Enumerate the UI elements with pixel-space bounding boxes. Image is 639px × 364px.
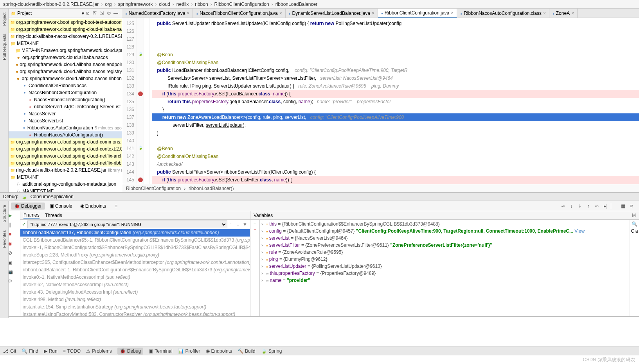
editor-tab[interactable]: RibbonNacosAutoConfiguration.class [457, 9, 549, 18]
variable-row[interactable]: config = {DefaultClientConfigImpl@9457} … [261, 228, 628, 235]
frames-tab[interactable]: Frames [23, 212, 40, 219]
tree-node[interactable]: MANIFEST.MF [9, 188, 122, 192]
close-icon[interactable] [187, 11, 189, 16]
tree-node[interactable]: RibbonNacosAutoConfiguration() [9, 131, 122, 138]
step-out-icon[interactable]: ↑ [585, 203, 592, 209]
crumb-class[interactable]: RibbonClientConfiguration [126, 186, 181, 191]
tree-node[interactable]: org.springframework.cloud:spring-cloud-n… [9, 152, 122, 160]
stack-frame[interactable]: invoke:62, NativeMethodAccessorImpl (sun… [20, 281, 250, 289]
tree-node[interactable]: org.springframework.cloud:spring-cloud-c… [9, 145, 122, 152]
status-item[interactable]: ◉Endpoints [206, 348, 232, 354]
breadcrumb-item[interactable]: cloud [159, 2, 170, 7]
status-item[interactable]: 🔍Find [22, 348, 38, 354]
drop-frame-icon[interactable]: ⤺ [594, 203, 601, 209]
tree-node[interactable]: META-INF.maven.org.springframework.cloud… [9, 47, 122, 54]
hide-icon[interactable]: — [112, 11, 119, 16]
code-area[interactable]: public ServerListUpdater ribbonServerLis… [149, 18, 639, 184]
step-into-icon[interactable]: ↓ [568, 203, 575, 209]
stack-frame[interactable]: instantiate:154, SimpleInstantiationStra… [20, 303, 250, 311]
locate-icon[interactable]: ⊙ [84, 11, 91, 16]
tree-node[interactable]: ribbonServerList(IClientConfig):ServerLi… [9, 103, 122, 110]
close-icon[interactable] [279, 11, 282, 16]
project-dropdown[interactable]: Project [17, 11, 82, 16]
close-icon[interactable] [372, 11, 374, 16]
trace-icon[interactable]: ≋ [628, 203, 635, 209]
prev-frame-button[interactable]: ↑ [227, 222, 234, 227]
status-item[interactable]: ⎇Git [3, 348, 16, 354]
stack-frame[interactable]: invoke:-1, RibbonClientConfiguration$$En… [20, 244, 250, 251]
tree-node[interactable]: META-INF [9, 174, 122, 181]
filter-icon[interactable]: ▼ [241, 222, 248, 227]
status-item[interactable]: 🍃Spring [261, 348, 282, 354]
next-frame-button[interactable]: ↓ [234, 222, 241, 227]
editor-tab[interactable]: RibbonClientConfiguration.java [378, 9, 457, 18]
tree-node[interactable]: RibbonNacosAutoConfiguration5 minutes ag… [9, 124, 122, 131]
variable-row[interactable]: this = {RibbonClientConfiguration$$Enhan… [261, 221, 628, 228]
class-filter-icon[interactable]: Cla [631, 228, 638, 234]
expand-icon[interactable]: ⇱ [91, 11, 98, 16]
remove-watch-button[interactable]: − [254, 227, 256, 232]
run-cursor-icon[interactable]: ▸| [602, 203, 609, 209]
tree-node[interactable]: additional-spring-configuration-metadata… [9, 181, 122, 188]
breadcrumb-item[interactable]: netflix [176, 2, 189, 7]
structure-tab[interactable]: Structure [2, 205, 7, 222]
breadcrumb-item[interactable]: springframework [118, 2, 153, 7]
tree-node[interactable]: NacosServer [9, 110, 122, 117]
stack-frame[interactable]: intercept:365, ConfigurationClassEnhance… [20, 259, 250, 266]
breadcrumb-item[interactable]: ribbonLoadBalancer [275, 2, 317, 7]
status-item[interactable]: 🔨Build [238, 348, 256, 354]
status-item[interactable]: 🐞Debug [117, 348, 143, 355]
tree-node[interactable]: org.springframework.cloud.alibaba.nacos.… [9, 61, 122, 68]
editor-tab[interactable]: NacosRibbonClientConfiguration.java [193, 9, 285, 18]
crumb-method[interactable]: ribbonLoadBalancer() [189, 186, 234, 191]
add-watch-button[interactable]: + [254, 221, 256, 227]
status-item[interactable]: ▣Terminal [149, 348, 172, 354]
breadcrumb-item[interactable]: ribbon [195, 2, 208, 7]
tree-node[interactable]: NacosRibbonClientConfiguration [9, 89, 122, 96]
thread-selector[interactable]: "http-nio-7777-exec-1"@7,262 in group "m… [27, 221, 227, 228]
project-tool-tab[interactable]: Project [2, 13, 7, 26]
stack-frame[interactable]: ribbonLoadBalancer:137, RibbonClientConf… [20, 229, 250, 237]
close-icon[interactable] [451, 10, 454, 16]
tree-node[interactable]: org.springframework.boot:spring-boot-tes… [9, 19, 122, 26]
bean-icon[interactable] [138, 145, 143, 150]
stack-frame[interactable]: invoke:498, Method (java.lang.reflect) [20, 296, 250, 303]
tree-node[interactable]: org.springframework.cloud.alibaba.nacos.… [9, 75, 122, 82]
breakpoint-icon[interactable] [138, 91, 143, 96]
variable-row[interactable]: serverListUpdater = {PollingServerListUp… [261, 263, 628, 270]
search-var-icon[interactable]: 🔍 [632, 221, 637, 227]
stack-frame[interactable]: CGLIB$ribbonLoadBalancer$5:-1, RibbonCli… [20, 237, 250, 244]
bean-icon[interactable] [138, 51, 143, 56]
tree-node[interactable]: NacosRibbonClientConfiguration() [9, 96, 122, 103]
close-icon[interactable] [543, 11, 546, 16]
variable-row[interactable]: serverListFilter = {ZonePreferenceServer… [261, 242, 628, 249]
stack-frame[interactable]: invokeSuper:228, MethodProxy (org.spring… [20, 251, 250, 259]
tree-node[interactable]: ConditionalOnRibbonNacos [9, 82, 122, 89]
variable-row[interactable]: name = "provider" [261, 277, 628, 284]
collapse-icon[interactable]: ⇲ [98, 11, 105, 16]
tree-node[interactable]: org.springframework.cloud.alibaba.nacos.… [9, 68, 122, 75]
project-tree[interactable]: org.springframework.boot:spring-boot-tes… [9, 18, 122, 192]
editor-breadcrumb[interactable]: RibbonClientConfiguration› ribbonLoadBal… [122, 184, 639, 192]
variables-tree[interactable]: this = {RibbonClientConfiguration$$Enhan… [260, 220, 630, 316]
status-item[interactable]: ≡TODO [63, 348, 81, 354]
debug-tab[interactable]: ◉Endpoints [77, 203, 109, 210]
code-editor[interactable]: 1251261271281291301311321331341351361371… [122, 18, 639, 184]
breadcrumb-item[interactable]: spring-cloud-netflix-ribbon-2.0.2.RELEAS… [3, 2, 99, 7]
tree-node[interactable]: META-INF [9, 40, 122, 47]
force-step-icon[interactable]: ⇣ [576, 203, 583, 209]
tree-node[interactable]: org.springframework.cloud:spring-cloud-n… [9, 160, 122, 167]
editor-tab[interactable]: DynamicServerListLoadBalancer.java [286, 9, 378, 18]
stack-frame[interactable]: instantiateUsingFactoryMethod:583, Const… [20, 311, 250, 316]
status-item[interactable]: ⚠Problems [86, 348, 112, 354]
fold-gutter[interactable] [144, 18, 149, 184]
threads-tab[interactable]: Threads [45, 213, 62, 218]
variable-row[interactable]: serverList = {NacosServerList@9464} [261, 235, 628, 242]
stack-frame[interactable]: invoke:43, DelegatingMethodAccessorImpl … [20, 289, 250, 296]
status-item[interactable]: ▶Run [44, 348, 58, 354]
breadcrumb-item[interactable]: RibbonClientConfiguration [214, 2, 269, 7]
variable-row[interactable]: this.propertiesFactory = {PropertiesFact… [261, 270, 628, 277]
tree-node[interactable]: org.springframework.cloud:spring-cloud-c… [9, 138, 122, 145]
editor-tab[interactable]: ZoneA [549, 9, 578, 18]
tree-node[interactable]: org.springframework.cloud:spring-cloud-a… [9, 26, 122, 33]
